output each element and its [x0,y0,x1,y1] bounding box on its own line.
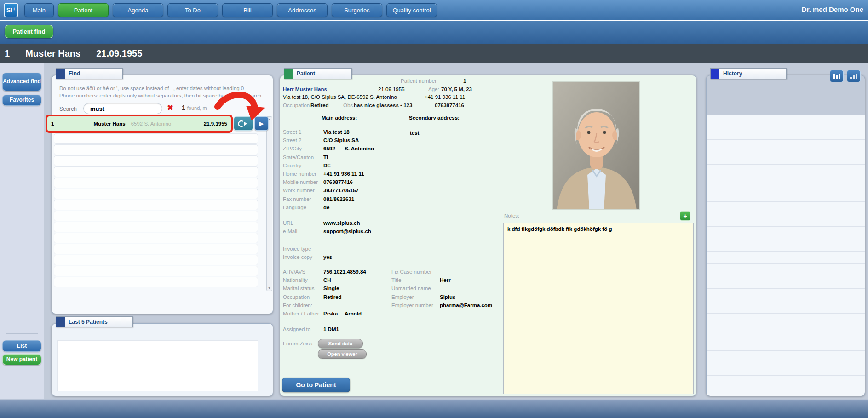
field-row: e-Mailsupport@siplus.ch [280,229,496,237]
find-tab-chip [56,69,65,79]
sub-toolbar: Patient find [0,20,868,44]
field-text: Language [283,205,306,210]
last5-tab-label: Last 5 Patients [65,317,115,327]
field-text: Occupation [283,294,310,300]
field-row: State/CantonTI [280,155,496,163]
occupation-value: Retired [310,103,329,108]
list-button[interactable]: List [2,340,41,352]
field-text: ZIP/City [283,146,302,151]
field-text: S. Antonino [345,146,374,151]
result-list-scrollbar[interactable]: ▲ ▼ [266,116,272,291]
nav-tab-quality-control[interactable]: Quality control [386,3,437,17]
field-text: Unmarried name [391,286,431,291]
field-text: +41 91 936 11 11 [323,171,364,177]
nav-tab-patient[interactable]: Patient [58,3,109,17]
go-to-result-button[interactable]: ▶ [254,116,269,131]
field-row: Mother / FatherPrskaArnold [280,311,496,319]
title-patient-dob: 21.09.1955 [96,48,142,59]
nav-tab-surgeries[interactable]: Surgeries [332,3,382,17]
notes-textarea[interactable]: k dfd flkgdöfgk döfbdk ffk gdökhöfgk fö … [503,223,694,394]
field-text: Title [391,277,401,283]
field-text: Prska [323,311,338,316]
field-row: Invoice type [280,246,496,254]
age-value: 70 Y, 5 M, 23 [441,86,472,92]
bar-chart-icon [833,73,841,80]
find-panel-tab[interactable]: Find [56,68,123,79]
field-text: Fix Case number [391,269,432,275]
advanced-find-button[interactable]: Advanced find [2,73,41,91]
last5-list-area [57,340,258,391]
empty-result-row [54,144,258,155]
main-address-header: Main address: [322,115,357,120]
field-text: Street 2 [283,137,301,143]
field-text: Employer [391,294,414,300]
patient-title-bar: 1 Muster Hans 21.09.1955 [0,44,868,63]
patient-name-link[interactable]: Herr Muster Hans [283,86,327,92]
scroll-down-icon[interactable]: ▼ [268,286,271,290]
field-row: Fax number081/8622631 [280,196,496,205]
empty-result-row [54,244,258,254]
field-text: 756.1021.4859.84 [323,269,366,275]
field-row: URLwww.siplus.ch [280,220,496,229]
field-text: DE [323,163,331,168]
field-text: AHV/AVS [283,269,305,275]
sidebar-divider [6,333,38,334]
new-patient-button[interactable]: New patient [2,354,41,365]
bottom-bar [0,399,868,418]
field-row: Street 1Via test 18 [280,129,496,137]
field-text: Fax number [283,196,311,202]
history-stats-button[interactable] [847,70,861,82]
last5-panel-tab[interactable]: Last 5 Patients [56,316,133,327]
search-label: Search [59,106,77,112]
field-text: Country [283,163,301,168]
app-logo-icon[interactable]: SI⁺ [4,3,18,17]
search-input[interactable]: must [83,103,162,114]
field-text: C/O Siplus SA [323,137,359,143]
field-row: OccupationRetiredSiplusEmployer [280,294,496,303]
nav-tab-to-do[interactable]: To Do [167,3,218,17]
history-panel: History [706,75,865,396]
empty-result-row [54,222,258,232]
field-text: Mobile number [283,179,318,185]
field-text: 0763877416 [323,179,353,185]
history-tab-label: History [719,69,770,79]
history-chart-button[interactable] [830,70,844,82]
forum-zeiss-label: Forum Zeiss [283,341,312,346]
clear-search-icon[interactable]: ✖ [167,103,173,113]
field-text: Employer number [391,303,433,308]
history-panel-tab[interactable]: History [710,68,787,79]
patient-tab-chip [284,69,293,79]
field-text: Work number [283,188,315,193]
patient-find-button[interactable]: Patient find [5,25,53,38]
open-and-go-button[interactable] [234,116,253,131]
field-text: TI [323,155,328,160]
result-index: 1 [47,121,61,126]
add-note-button[interactable]: + [680,211,690,221]
empty-result-row [54,233,258,243]
send-data-button[interactable]: Send data [318,339,363,348]
nav-tab-addresses[interactable]: Addresses [277,3,328,17]
refresh-play-icon [237,120,249,128]
patient-panel-tab[interactable]: Patient [284,68,352,79]
address-fields: Street 1Via test 18Street 2C/O Siplus SA… [280,129,496,213]
open-viewer-button[interactable]: Open viewer [318,349,367,359]
empty-result-row [54,133,258,144]
obs-value: has nice glassess • 123 [354,103,412,108]
favorites-button[interactable]: Favorites [2,95,41,106]
search-instructions: Do not use äöü or àé or ', use space ins… [59,85,263,99]
go-to-patient-button[interactable]: Go to Patient [282,378,350,392]
field-text: URL [283,220,293,226]
nav-tab-main[interactable]: Main [24,3,54,17]
patient-number-label: Patient number [401,78,437,84]
last5-tab-chip [56,317,65,327]
field-text: support@siplus.ch [323,229,371,234]
nav-tab-agenda[interactable]: Agenda [113,3,163,17]
summary-divider [282,112,550,112]
field-text: e-Mail [283,229,297,234]
field-row: ZIP/City6592S. Antonino [280,146,496,154]
empty-result-row [54,155,258,166]
search-result-row[interactable]: 1 Muster Hans 6592 S. Antonino 21.9.1955 [46,115,233,133]
left-sidebar: Advanced find Favorites List New patient [0,63,44,399]
current-user-label: Dr. med Demo One [802,6,863,13]
nav-tab-bill[interactable]: Bill [222,3,273,17]
